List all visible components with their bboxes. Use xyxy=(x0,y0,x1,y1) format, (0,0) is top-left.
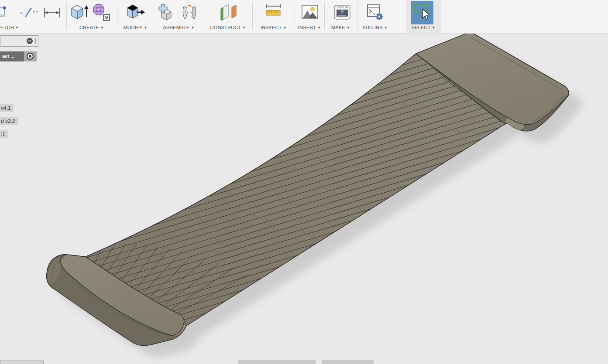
toolbar-group-construct[interactable]: CONSTRUCT▼ xyxy=(204,0,252,33)
browser-component-label[interactable]: v4:1 xyxy=(0,104,14,112)
toolbar-group-make[interactable]: MAKE▼ xyxy=(324,0,357,33)
toolbar-group-create[interactable]: CREATE▼ xyxy=(66,0,117,33)
addins-menu-label[interactable]: ADD-INS▼ xyxy=(357,25,393,30)
select-cursor-icon xyxy=(412,2,432,23)
sketch-menu-label[interactable]: ETCH▼ xyxy=(0,25,27,30)
timeline-playbar-stub[interactable] xyxy=(238,360,316,364)
toolbar-group-assemble[interactable]: ASSEMBLE▼ xyxy=(154,0,204,33)
strip-surface[interactable] xyxy=(86,54,505,326)
joint-icon[interactable] xyxy=(179,2,199,24)
toolbar-divider xyxy=(393,2,393,30)
component-activate-toggle[interactable] xyxy=(24,51,37,61)
press-pull-icon[interactable] xyxy=(125,2,147,24)
construct-menu-label[interactable]: CONSTRUCT▼ xyxy=(204,25,252,30)
document-name-label[interactable]: ast ... xyxy=(0,51,24,61)
assemble-menu-label[interactable]: ASSEMBLE▼ xyxy=(154,25,204,30)
main-toolbar: ETCH▼ CREATE▼ xyxy=(0,0,608,34)
sketch-dimension-icon[interactable] xyxy=(42,2,62,24)
insert-image-icon[interactable] xyxy=(300,2,320,24)
timeline-settings-stub[interactable] xyxy=(0,361,44,364)
insert-menu-label[interactable]: INSERT▼ xyxy=(295,25,324,30)
3d-print-icon[interactable] xyxy=(332,2,352,24)
active-component-radio-icon xyxy=(27,53,34,60)
inspect-menu-label[interactable]: INSPECT▼ xyxy=(252,25,295,30)
toolbar-group-insert[interactable]: INSERT▼ xyxy=(295,0,324,33)
3d-model-body[interactable] xyxy=(0,34,608,364)
browser-component-label[interactable]: :1 xyxy=(0,130,8,138)
rectangle-sketch-icon[interactable] xyxy=(0,2,13,24)
toolbar-group-addins[interactable]: ADD-INS▼ xyxy=(357,0,393,33)
measure-ruler-icon[interactable] xyxy=(263,2,283,24)
select-menu-label[interactable]: SELECT▼ xyxy=(406,25,441,30)
browser-component-label[interactable]: d v2:2 xyxy=(0,117,18,125)
scripts-addins-icon[interactable] xyxy=(365,2,385,24)
toolbar-group-modify[interactable]: MODIFY▼ xyxy=(117,0,154,33)
select-button[interactable] xyxy=(411,1,433,24)
toolbar-group-sketch[interactable]: ETCH▼ xyxy=(0,0,66,33)
new-component-icon[interactable] xyxy=(157,2,177,24)
browser-header-bar[interactable] xyxy=(0,35,38,47)
create-menu-label[interactable]: CREATE▼ xyxy=(66,25,117,30)
construction-plane-icon[interactable] xyxy=(219,2,239,24)
modify-menu-label[interactable]: MODIFY▼ xyxy=(117,25,154,30)
timeline-zoombar-stub[interactable] xyxy=(322,360,374,364)
construction-line-icon[interactable] xyxy=(18,2,38,24)
viewport-canvas[interactable] xyxy=(0,34,608,364)
create-solid-box-icon[interactable] xyxy=(69,2,89,24)
make-menu-label[interactable]: MAKE▼ xyxy=(324,25,357,30)
toolbar-group-select[interactable]: SELECT▼ xyxy=(406,0,441,33)
browser-document-node[interactable]: ast ... xyxy=(0,51,37,61)
browser-handle[interactable] xyxy=(35,38,36,44)
collapse-circle-icon[interactable] xyxy=(27,38,33,44)
toolbar-group-inspect[interactable]: INSPECT▼ xyxy=(252,0,295,33)
create-form-icon[interactable] xyxy=(91,2,113,24)
